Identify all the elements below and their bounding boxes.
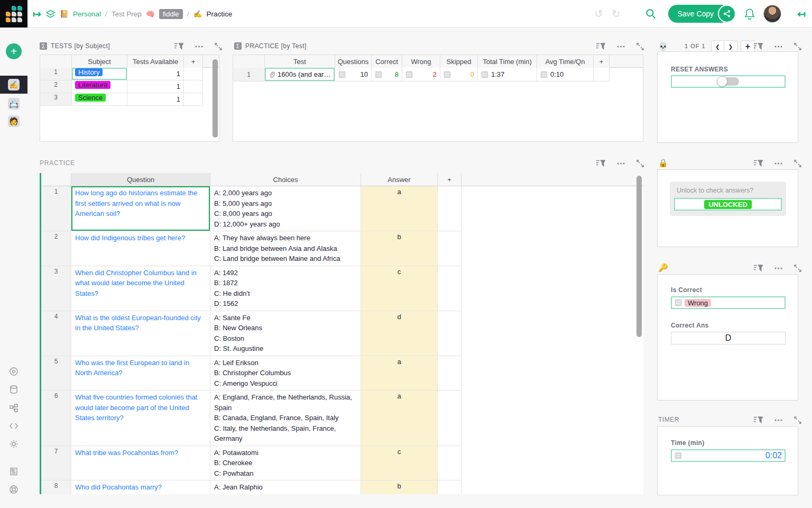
row-number[interactable]: 6 <box>41 391 71 446</box>
choices-cell[interactable]: A: Sante Fe B: New Orleans C: Boston D: … <box>210 311 361 356</box>
subject-cell[interactable]: History <box>72 68 127 80</box>
empty-cell[interactable] <box>438 480 462 494</box>
answer-cell[interactable]: c <box>361 266 438 311</box>
question-cell[interactable]: What is the oldest European-founded city… <box>71 311 210 356</box>
row-number[interactable]: 2 <box>41 231 71 266</box>
row-number[interactable]: 1 <box>40 68 72 80</box>
answer-cell[interactable]: d <box>361 311 438 356</box>
more-options-icon[interactable] <box>774 162 782 165</box>
answer-cell[interactable]: c <box>361 446 438 481</box>
answer-cell[interactable]: b <box>361 480 438 494</box>
expand-widget-icon[interactable] <box>636 43 644 50</box>
close-right-panel-icon[interactable]: ↤ <box>797 9 806 19</box>
questions-cell[interactable]: 10 <box>335 68 372 81</box>
expand-widget-icon[interactable] <box>636 160 644 167</box>
row-number[interactable]: 1 <box>233 68 265 81</box>
column-header-choices[interactable]: Choices <box>210 173 361 186</box>
row-number[interactable]: 1 <box>41 186 71 231</box>
search-icon[interactable] <box>645 8 657 20</box>
corner-header[interactable] <box>41 173 71 186</box>
tests-available-cell[interactable]: 1 <box>127 93 184 106</box>
column-header-test[interactable]: Test <box>265 55 335 68</box>
more-options-icon[interactable] <box>195 46 203 48</box>
breadcrumb-workspace[interactable]: Personal <box>73 10 101 18</box>
raw-data-eye-icon[interactable] <box>0 367 27 376</box>
empty-cell[interactable] <box>438 356 462 391</box>
answer-cell[interactable]: a <box>361 186 438 231</box>
question-cell[interactable]: How long ago do historians estimate the … <box>71 186 210 231</box>
column-header--[interactable]: + <box>594 55 610 68</box>
column-header-question[interactable]: Question <box>71 173 210 186</box>
help-lifebuoy-icon[interactable] <box>0 485 27 494</box>
tests-widget-title-text[interactable]: TESTS [by Subject] <box>51 42 110 50</box>
sort-filter-icon[interactable] <box>754 416 763 424</box>
row-number[interactable]: 2 <box>40 80 72 93</box>
avatar[interactable] <box>763 5 781 23</box>
column-header-total-time-min-[interactable]: Total Time (min) <box>478 55 537 68</box>
expand-widget-icon[interactable] <box>794 416 801 424</box>
empty-cell[interactable] <box>438 231 462 266</box>
grist-logo[interactable] <box>0 0 27 28</box>
expand-widget-icon[interactable] <box>794 43 801 50</box>
sort-filter-icon[interactable] <box>754 42 763 50</box>
tests-available-cell[interactable]: 1 <box>127 68 184 80</box>
answer-cell[interactable]: a <box>361 356 438 391</box>
add-new-button[interactable]: + <box>6 43 22 59</box>
time-cell[interactable]: 0:02 <box>671 449 786 462</box>
sort-filter-icon[interactable] <box>596 42 605 50</box>
more-options-icon[interactable] <box>774 267 782 269</box>
open-left-panel-icon[interactable]: ↦ <box>33 9 41 19</box>
column-header-questions[interactable]: Questions <box>335 55 372 68</box>
avg-time-cell[interactable]: 0:10 <box>537 68 594 81</box>
redo-icon[interactable]: ↻ <box>612 8 621 19</box>
column-header-tests-available[interactable]: Tests Available <box>127 55 184 68</box>
settings-gear-icon[interactable] <box>0 439 27 449</box>
more-options-icon[interactable] <box>617 46 625 48</box>
empty-cell[interactable] <box>438 266 462 311</box>
question-cell[interactable]: When did Christopher Columbus land in wh… <box>71 266 210 311</box>
wrong-cell[interactable]: 2 <box>402 68 440 81</box>
correct-ans-cell[interactable]: D <box>671 332 786 344</box>
sort-filter-icon[interactable] <box>754 264 763 272</box>
choices-cell[interactable]: A: Jean Ralphio B: John Rolfe C: John Ja… <box>210 480 361 494</box>
column-header-avg-time-qn[interactable]: Avg Time/Qn <box>537 55 594 68</box>
choices-cell[interactable]: A: Leif Erikson B: Christopher Columbus … <box>210 356 361 391</box>
empty-cell[interactable] <box>184 93 203 106</box>
more-options-icon[interactable] <box>774 46 782 48</box>
notifications-bell-icon[interactable] <box>744 8 755 20</box>
choices-cell[interactable]: A: England, France, the Netherlands, Rus… <box>210 391 361 446</box>
row-number[interactable]: 4 <box>41 311 71 356</box>
sort-filter-icon[interactable] <box>174 42 183 50</box>
reset-answers-toggle[interactable] <box>718 77 739 86</box>
structure-tree-icon[interactable] <box>0 403 27 413</box>
sidebar-page-cards[interactable]: 📇 <box>0 95 27 113</box>
expand-widget-icon[interactable] <box>794 265 801 272</box>
sort-filter-icon[interactable] <box>596 159 605 167</box>
row-number[interactable]: 3 <box>40 93 72 106</box>
column-header--[interactable]: + <box>438 173 462 186</box>
expand-widget-icon[interactable] <box>794 160 801 167</box>
question-cell[interactable]: How did Indigenous tribes get here? <box>71 231 210 266</box>
question-cell[interactable]: What tribe was Pocahontas from? <box>71 446 210 481</box>
row-number[interactable]: 7 <box>41 446 71 481</box>
more-options-icon[interactable] <box>617 162 625 165</box>
sidebar-page-practice[interactable]: ✍ <box>0 76 27 94</box>
practice-section-title-text[interactable]: PRACTICE <box>40 159 75 167</box>
code-view-icon[interactable] <box>0 421 27 431</box>
expand-widget-icon[interactable] <box>215 43 222 50</box>
sort-filter-icon[interactable] <box>754 159 763 167</box>
skipped-cell[interactable]: 0 <box>440 68 478 81</box>
empty-cell[interactable] <box>438 446 462 481</box>
question-cell[interactable]: What five countries formed colonies that… <box>71 391 210 446</box>
choices-cell[interactable]: A: 2,000 years ago B: 5,000 years ago C:… <box>210 186 361 231</box>
tests-scrollbar[interactable] <box>213 59 218 138</box>
save-copy-button[interactable]: Save Copy <box>668 5 723 23</box>
empty-cell[interactable] <box>594 68 610 81</box>
column-header-skipped[interactable]: Skipped <box>440 55 478 68</box>
practice-scrollbar[interactable] <box>636 176 642 337</box>
is-correct-cell[interactable]: Wrong <box>671 296 786 309</box>
tests-available-cell[interactable]: 1 <box>127 80 184 93</box>
column-header-subject[interactable]: Subject <box>72 55 127 68</box>
undo-icon[interactable]: ↺ <box>594 8 603 19</box>
row-number[interactable]: 5 <box>41 356 71 391</box>
